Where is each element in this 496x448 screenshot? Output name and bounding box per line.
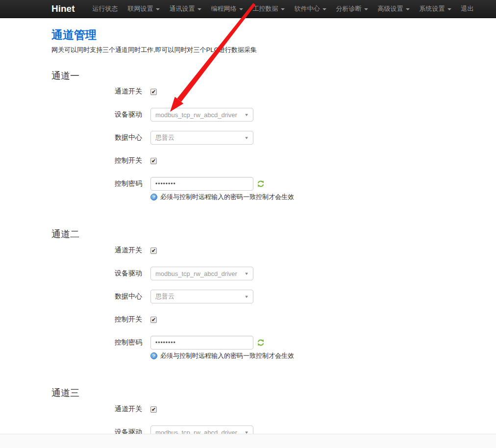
device-driver-label: 设备驱动 (51, 110, 142, 119)
control-switch-checkbox[interactable]: ✔ (150, 158, 157, 164)
nav-item-software-center[interactable]: 软件中心 (290, 0, 331, 18)
channel-switch-checkbox[interactable]: ✔ (150, 89, 157, 95)
form-row-control-password: 控制密码 (51, 336, 476, 349)
refresh-icon[interactable] (257, 339, 265, 347)
form-row-channel-switch: 通道开关 ✔ (51, 85, 476, 99)
channel-switch-label: 通道开关 (51, 246, 142, 255)
form-row-device-driver: 设备驱动 modbus_tcp_rw_abcd_driver ▼ (51, 108, 476, 122)
select-caret-icon: ▼ (244, 295, 249, 299)
control-password-label: 控制密码 (51, 179, 142, 188)
select-caret-icon: ▼ (244, 136, 249, 140)
data-center-label: 数据中心 (51, 133, 142, 142)
form-row-data-center: 数据中心 思普云 ▼ (51, 131, 476, 145)
channel-switch-checkbox[interactable]: ✔ (150, 248, 157, 254)
form-row-control-password: 控制密码 (51, 177, 476, 191)
caret-down-icon (198, 8, 201, 10)
nav-item-industrial-data[interactable]: 工控数据 (248, 0, 290, 18)
nav-item-running-status[interactable]: 运行状态 (88, 0, 123, 18)
nav-menu: 运行状态 联网设置 通讯设置 编程网络 工控数据 软件中心 分析诊断 高级设置 … (88, 0, 479, 18)
refresh-icon[interactable] (257, 180, 265, 188)
form-row-channel-switch: 通道开关 ✔ (51, 402, 476, 416)
device-driver-select[interactable]: modbus_tcp_rw_abcd_driver ▼ (150, 108, 253, 122)
channel-2-title: 通道二 (51, 229, 476, 240)
form-row-control-switch: 控制开关 ✔ (51, 313, 476, 326)
caret-down-icon (156, 8, 160, 10)
control-switch-label: 控制开关 (51, 315, 142, 324)
device-driver-select[interactable]: modbus_tcp_rw_abcd_driver ▼ (150, 267, 253, 280)
caret-down-icon (364, 8, 368, 10)
form-row-data-center: 数据中心 思普云 ▼ (51, 290, 476, 303)
channel-3-section: 通道三 通道开关 ✔ 设备驱动 modbus_tcp_rw_abcd_drive… (51, 388, 476, 439)
channel-switch-label: 通道开关 (51, 87, 142, 96)
caret-down-icon (239, 8, 243, 10)
channel-3-title: 通道三 (51, 388, 476, 398)
form-row-channel-switch: 通道开关 ✔ (51, 244, 476, 257)
brand-logo[interactable]: Hinet (51, 3, 75, 14)
form-row-device-driver: 设备驱动 modbus_tcp_rw_abcd_driver ▼ (51, 267, 476, 280)
control-password-label: 控制密码 (51, 338, 142, 347)
nav-item-network-settings[interactable]: 联网设置 (123, 0, 165, 18)
page-title: 通道管理 (51, 28, 476, 42)
main-content: 通道管理 网关可以同时支持三个通道同时工作,即可以同时对三个PLC进行数据采集 … (0, 28, 496, 439)
channel-2-section: 通道二 通道开关 ✔ 设备驱动 modbus_tcp_rw_abcd_drive… (51, 229, 476, 360)
select-caret-icon: ▼ (244, 272, 249, 276)
control-switch-checkbox[interactable]: ✔ (150, 317, 157, 323)
data-center-select[interactable]: 思普云 ▼ (150, 131, 253, 145)
control-password-input[interactable] (150, 177, 253, 191)
page-subtitle: 网关可以同时支持三个通道同时工作,即可以同时对三个PLC进行数据采集 (51, 46, 476, 54)
channel-switch-label: 通道开关 (51, 405, 142, 414)
channel-1-section: 通道一 通道开关 ✔ 设备驱动 modbus_tcp_rw_abcd_drive… (51, 71, 476, 202)
caret-down-icon (406, 8, 410, 10)
caret-down-icon (447, 8, 451, 10)
channel-1-title: 通道一 (51, 71, 476, 81)
data-center-label: 数据中心 (51, 292, 142, 301)
help-icon: ? (150, 352, 157, 359)
caret-down-icon (322, 8, 326, 10)
select-caret-icon: ▼ (244, 113, 249, 117)
nav-item-analysis-diagnosis[interactable]: 分析诊断 (331, 0, 373, 18)
control-switch-label: 控制开关 (51, 156, 142, 165)
nav-item-programming-network[interactable]: 编程网络 (206, 0, 248, 18)
channel-switch-checkbox[interactable]: ✔ (150, 406, 157, 413)
caret-down-icon (281, 8, 285, 10)
password-help: ? 必须与控制时远程输入的密码一致控制才会生效 (150, 351, 476, 360)
page-end-strip (0, 434, 496, 448)
password-help-text: 必须与控制时远程输入的密码一致控制才会生效 (160, 351, 294, 360)
nav-item-advanced-settings[interactable]: 高级设置 (373, 0, 415, 18)
data-center-select[interactable]: 思普云 ▼ (150, 290, 253, 303)
device-driver-label: 设备驱动 (51, 269, 142, 278)
help-icon: ? (150, 194, 157, 200)
nav-item-logout[interactable]: 退出 (456, 0, 479, 18)
nav-item-comm-settings[interactable]: 通讯设置 (165, 0, 206, 18)
password-help: ? 必须与控制时远程输入的密码一致控制才会生效 (150, 193, 476, 201)
password-help-text: 必须与控制时远程输入的密码一致控制才会生效 (160, 193, 294, 201)
control-password-input[interactable] (150, 336, 253, 349)
form-row-control-switch: 控制开关 ✔ (51, 154, 476, 168)
nav-item-system-settings[interactable]: 系统设置 (415, 0, 456, 18)
top-navbar: Hinet 运行状态 联网设置 通讯设置 编程网络 工控数据 软件中心 分析诊断… (0, 0, 496, 18)
